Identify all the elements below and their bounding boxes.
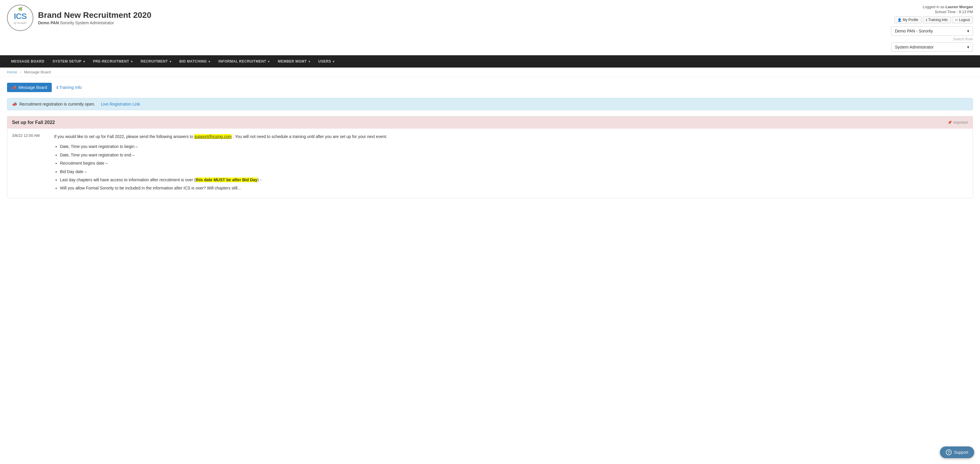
support-email-link[interactable]: support@icsmg.com — [194, 134, 232, 139]
breadcrumb-separator: › — [20, 70, 21, 74]
logo: 🌿 ICS by OmegaFi — [7, 5, 33, 31]
info-icon: ℹ — [926, 18, 927, 22]
training-info-link-label: Training Info — [59, 85, 81, 90]
org-name: Demo PAN — [38, 21, 59, 25]
role-dropdown-container: System Administrator ▾ — [891, 42, 973, 52]
training-info-link-icon: ℹ — [56, 85, 58, 90]
message-intro-paragraph: If you would like to set up for Fall 202… — [54, 133, 387, 140]
action-row: 📣 Message Board ℹ Training Info — [7, 83, 973, 92]
nav-message-board-label: MESSAGE BOARD — [11, 59, 45, 64]
nav-system-setup[interactable]: SYSTEM SETUP ▾ — [49, 55, 89, 68]
message-body-after-email: . You will not need to schedule a traini… — [233, 134, 387, 139]
list-item: Will you allow Formal Sorority to be inc… — [60, 185, 387, 191]
logo-text: ICS — [14, 12, 27, 21]
header-left: 🌿 ICS by OmegaFi Brand New Recruitment 2… — [7, 5, 151, 31]
my-profile-button[interactable]: 👤 My Profile — [894, 16, 921, 23]
my-profile-label: My Profile — [903, 18, 918, 22]
header-title-block: Brand New Recruitment 2020 Demo PAN Soro… — [38, 11, 151, 25]
logo-wreath-icon: 🌿 — [18, 7, 22, 11]
training-info-button[interactable]: ℹ Training Info — [923, 16, 951, 23]
logged-in-user: Lauren Morgan — [945, 5, 973, 9]
message-content: If you would like to set up for Fall 202… — [54, 133, 387, 193]
logout-button[interactable]: ↩ Logout — [952, 16, 973, 23]
nav-informal-recruitment-label: INFORMAL RECRUITMENT — [218, 59, 266, 64]
header-buttons: 👤 My Profile ℹ Training Info ↩ Logout — [891, 16, 973, 23]
nav-informal-recruitment-arrow-icon: ▾ — [268, 60, 270, 63]
logout-label: Logout — [959, 18, 970, 22]
registration-banner-text: Recruitment registration is currently op… — [19, 102, 95, 106]
important-label: 📌 Important — [948, 121, 968, 124]
banner-megaphone-icon: 📣 — [12, 102, 17, 106]
message-board-btn-label: Message Board — [18, 85, 47, 90]
important-text: Important — [953, 121, 968, 124]
message-bullet-list: Date, Time you want registration to begi… — [60, 143, 387, 191]
message-board-button[interactable]: 📣 Message Board — [7, 83, 52, 92]
logged-in-info: Logged in as Lauren Morgan — [891, 5, 973, 9]
list-item: Last day chapters will have access to in… — [60, 176, 387, 183]
message-title: Set up for Fall 2022 — [12, 120, 55, 125]
training-info-label: Training Info — [928, 18, 948, 22]
message-body: 3/8/22 12:00 AM If you would like to set… — [7, 129, 973, 198]
role-chevron-down-icon: ▾ — [967, 45, 969, 49]
list-item: Recruitment begins date – — [60, 160, 387, 166]
nav-pre-recruitment-arrow-icon: ▾ — [131, 60, 133, 63]
nav-pre-recruitment-label: PRE-RECRUITMENT — [93, 59, 129, 64]
nav-system-setup-label: SYSTEM SETUP — [52, 59, 81, 64]
logout-icon: ↩ — [955, 18, 958, 22]
header-subtitle: Demo PAN Sorority System Administrator — [38, 21, 151, 25]
organization-dropdown-container: Demo PAN - Sorority ▾ — [891, 26, 973, 36]
nav-recruitment[interactable]: RECRUITMENT ▾ — [137, 55, 175, 68]
nav-users[interactable]: USERS ▾ — [314, 55, 338, 68]
list-item: Date, Time you want registration to begi… — [60, 143, 387, 150]
school-time-value: 9:13 PM — [959, 10, 973, 14]
nav-message-board[interactable]: MESSAGE BOARD — [7, 55, 49, 68]
message-section: Set up for Fall 2022 📌 Important 3/8/22 … — [7, 116, 973, 198]
training-info-link[interactable]: ℹ Training Info — [56, 85, 81, 90]
message-body-intro: If you would like to set up for Fall 202… — [54, 134, 193, 139]
nav-bid-matching[interactable]: BID MATCHING ▾ — [175, 55, 214, 68]
list-item: Date, Time you want registration to end … — [60, 152, 387, 158]
header: 🌿 ICS by OmegaFi Brand New Recruitment 2… — [0, 0, 980, 55]
role-description: Sorority System Administrator — [60, 21, 114, 25]
pin-icon: 📌 — [948, 121, 952, 124]
nav-recruitment-arrow-icon: ▾ — [170, 60, 171, 63]
profile-icon: 👤 — [897, 18, 902, 22]
navbar: MESSAGE BOARD SYSTEM SETUP ▾ PRE-RECRUIT… — [0, 55, 980, 68]
role-selected: System Administrator — [895, 45, 934, 49]
list-item: Bid Day date – — [60, 168, 387, 175]
nav-users-label: USERS — [318, 59, 331, 64]
organization-selected: Demo PAN - Sorority — [895, 29, 933, 33]
message-date: 3/8/22 12:00 AM — [12, 133, 47, 193]
chevron-down-icon: ▾ — [967, 29, 969, 33]
school-time-label: School Time : — [935, 10, 958, 14]
switch-role-label: Switch Role — [891, 37, 973, 41]
live-registration-link[interactable]: Live Registration Link — [101, 102, 140, 106]
nav-bid-matching-label: BID MATCHING — [179, 59, 207, 64]
header-right: Logged in as Lauren Morgan School Time :… — [891, 5, 973, 53]
role-dropdown[interactable]: System Administrator ▾ — [891, 42, 973, 52]
logo-sub: by OmegaFi — [14, 22, 27, 24]
organization-dropdown[interactable]: Demo PAN - Sorority ▾ — [891, 26, 973, 36]
nav-system-setup-arrow-icon: ▾ — [83, 60, 85, 63]
page-title: Brand New Recruitment 2020 — [38, 11, 151, 20]
breadcrumb-home[interactable]: Home — [7, 70, 17, 74]
nav-member-mgmt-arrow-icon: ▾ — [309, 60, 310, 63]
megaphone-icon: 📣 — [12, 85, 17, 90]
nav-recruitment-label: RECRUITMENT — [141, 59, 168, 64]
nav-informal-recruitment[interactable]: INFORMAL RECRUITMENT ▾ — [214, 55, 274, 68]
message-header: Set up for Fall 2022 📌 Important — [7, 116, 973, 129]
nav-users-arrow-icon: ▾ — [333, 60, 334, 63]
registration-banner: 📣 Recruitment registration is currently … — [7, 98, 973, 110]
logged-in-label: Logged in as — [923, 5, 944, 9]
nav-member-mgmt[interactable]: MEMBER MGMT ▾ — [274, 55, 314, 68]
highlight-important-text: this date MUST be after Bid Day — [196, 178, 258, 182]
page-content: 📣 Message Board ℹ Training Info 📣 Recrui… — [0, 77, 980, 204]
school-time: School Time : 9:13 PM — [891, 10, 973, 14]
nav-pre-recruitment[interactable]: PRE-RECRUITMENT ▾ — [89, 55, 137, 68]
nav-bid-matching-arrow-icon: ▾ — [208, 60, 210, 63]
breadcrumb-current: Message Board — [24, 70, 51, 74]
breadcrumb: Home › Message Board — [0, 68, 980, 77]
nav-member-mgmt-label: MEMBER MGMT — [278, 59, 307, 64]
